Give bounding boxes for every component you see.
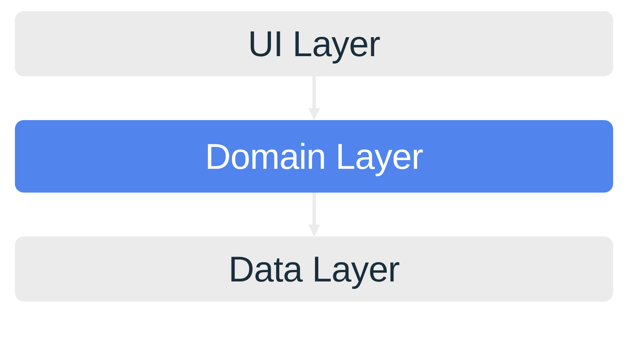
svg-marker-1: [308, 108, 320, 120]
arrow-down-icon: [307, 193, 322, 236]
arrow-ui-to-domain: [307, 76, 322, 120]
ui-layer-label: UI Layer: [248, 23, 380, 64]
domain-layer-box: Domain Layer: [15, 120, 613, 193]
ui-layer-box: UI Layer: [15, 11, 613, 76]
arrow-down-icon: [307, 76, 322, 120]
data-layer-box: Data Layer: [15, 236, 613, 302]
arrow-domain-to-data: [307, 193, 322, 236]
svg-marker-3: [308, 225, 320, 236]
domain-layer-label: Domain Layer: [205, 136, 423, 177]
data-layer-label: Data Layer: [229, 249, 400, 290]
